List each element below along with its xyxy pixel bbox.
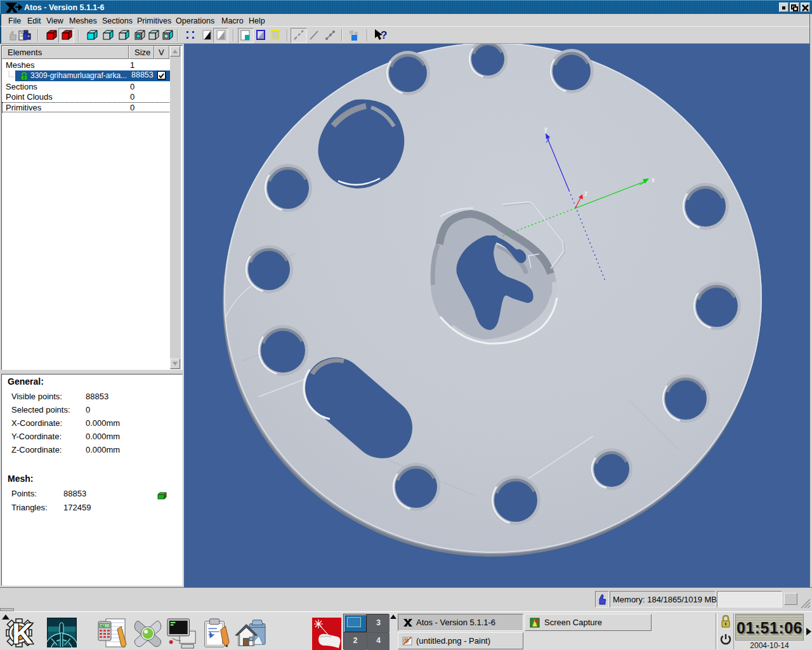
svg-text:y: y — [544, 126, 547, 133]
svg-text:z: z — [584, 190, 587, 197]
svg-text:K: K — [12, 618, 33, 648]
svg-text:42: 42 — [101, 624, 105, 628]
svg-text:?: ? — [381, 29, 387, 41]
svg-text:x: x — [652, 176, 655, 183]
